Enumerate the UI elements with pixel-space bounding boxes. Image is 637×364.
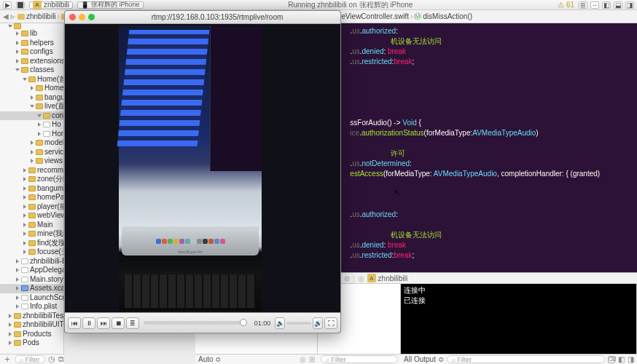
tree-item[interactable]: player(播放	[0, 202, 63, 212]
disclosure-triangle-icon[interactable]	[16, 50, 19, 54]
version-editor-button[interactable]: ↔	[590, 1, 599, 9]
disclosure-triangle-icon[interactable]	[16, 304, 19, 309]
quicklook-icon[interactable]: ⊞	[309, 355, 315, 363]
clock-icon[interactable]: ◷	[48, 355, 55, 364]
disclosure-triangle-icon[interactable]	[16, 59, 19, 63]
start-live-button[interactable]: 开始直播	[224, 120, 246, 132]
disclosure-triangle-icon[interactable]	[23, 78, 27, 81]
output-scope-dropdown[interactable]: All Output ≎	[404, 355, 444, 363]
console-output[interactable]: 连接中 已连接	[401, 284, 637, 354]
tree-item[interactable]: recommen	[0, 166, 63, 175]
tree-item[interactable]: find(发现)	[0, 239, 63, 248]
disclosure-triangle-icon[interactable]	[16, 268, 19, 272]
nav-forward-icon[interactable]: ▶	[10, 12, 16, 20]
tree-item[interactable]: Main	[0, 221, 63, 230]
tree-item[interactable]: live(直播)	[0, 102, 63, 111]
destination-box[interactable]: 📱张程辉的 iPhone	[77, 1, 144, 9]
tree-item[interactable]: Pods	[0, 339, 63, 348]
tree-item[interactable]: bangumi(番	[0, 184, 63, 194]
zoom-icon[interactable]	[88, 14, 95, 20]
trash-icon[interactable]: ⌫	[608, 356, 615, 363]
warnings-badge[interactable]: ⚠ 61	[558, 1, 574, 9]
tree-item[interactable]: models	[0, 138, 63, 148]
tree-item[interactable]: classes	[0, 66, 63, 75]
playlist-button[interactable]: ≣	[126, 317, 139, 329]
tree-item[interactable]: helpers	[0, 39, 63, 48]
tree-item[interactable]: lib	[0, 29, 63, 39]
window-traffic-lights[interactable]	[69, 14, 95, 20]
auto-scope-dropdown[interactable]: Auto ≎	[198, 355, 221, 363]
eye-icon[interactable]: ◎	[300, 355, 306, 363]
disclosure-triangle-icon[interactable]	[23, 232, 26, 236]
debug-process[interactable]: Azhnbilibili	[367, 274, 408, 282]
tree-item[interactable]: Home(首页)	[0, 75, 63, 84]
fullscreen-button[interactable]: ⛶	[324, 317, 337, 329]
tree-item[interactable]: views	[0, 157, 63, 166]
crumb-7[interactable]: disMissAction()	[423, 12, 472, 20]
tree-item[interactable]: zone(分区)	[0, 175, 63, 184]
disclosure-triangle-icon[interactable]	[16, 296, 19, 300]
disclosure-triangle-icon[interactable]	[31, 86, 34, 90]
tree-item[interactable]: AppDelegate.s	[0, 266, 63, 275]
crumb-0[interactable]: zhnbilibili	[26, 12, 56, 20]
disclosure-triangle-icon[interactable]	[16, 31, 19, 36]
tree-item[interactable]: Assets.xcasse	[0, 284, 63, 293]
disclosure-triangle-icon[interactable]	[38, 122, 41, 127]
disclosure-triangle-icon[interactable]	[23, 250, 26, 254]
disclosure-triangle-icon[interactable]	[23, 241, 26, 245]
assistant-editor-button[interactable]: ⊞	[579, 1, 587, 9]
tree-item[interactable]: bangumi(	[0, 93, 63, 103]
disclosure-triangle-icon[interactable]	[37, 114, 42, 117]
tree-item[interactable]: Hom	[0, 130, 63, 139]
disclosure-triangle-icon[interactable]	[31, 159, 34, 163]
tree-item[interactable]: LaunchScreen	[0, 293, 63, 303]
variables-filter[interactable]: ⌕ Filter	[321, 355, 398, 363]
tree-item[interactable]: focuse(关注	[0, 248, 63, 257]
tree-item[interactable]: zhnbilibiliUITests	[0, 320, 63, 330]
media-player-window[interactable]: rtmp://192.168.0.103:1935/rtmplive/room …	[64, 10, 341, 333]
tree-item[interactable]	[0, 23, 63, 29]
tree-item[interactable]: Main.storyboa	[0, 275, 63, 285]
disclosure-triangle-icon[interactable]	[9, 341, 12, 345]
tree-item[interactable]: webView	[0, 211, 63, 221]
prev-button[interactable]: ⏮	[68, 317, 81, 329]
tree-item[interactable]: Ho	[0, 120, 63, 130]
navigator-filter[interactable]: ⌕ Filter	[15, 355, 45, 363]
left-panel-toggle[interactable]: ◧	[602, 1, 611, 9]
mute-button[interactable]: 🔈	[275, 317, 285, 329]
tree-item[interactable]: contro	[0, 111, 63, 121]
disclosure-triangle-icon[interactable]	[23, 223, 26, 227]
disclosure-triangle-icon[interactable]	[30, 105, 34, 108]
disclosure-triangle-icon[interactable]	[31, 141, 34, 145]
media-titlebar[interactable]: rtmp://192.168.0.103:1935/rtmplive/room	[65, 11, 340, 24]
console-filter[interactable]: ⌕ Filter	[447, 355, 605, 363]
disclosure-triangle-icon[interactable]	[9, 332, 12, 336]
tree-item[interactable]: zhnbilibiliTests	[0, 312, 63, 321]
tree-item[interactable]: Info.plist	[0, 302, 63, 312]
tree-item[interactable]: mine(我的	[0, 229, 63, 239]
close-icon[interactable]	[69, 14, 76, 20]
bottom-panel-toggle[interactable]: ⬓	[614, 1, 622, 9]
tree-item[interactable]: zhnbilibili-Brid	[0, 257, 63, 266]
disclosure-triangle-icon[interactable]	[8, 25, 12, 28]
hide-variables-icon[interactable]: ◧	[618, 355, 625, 363]
nav-back-icon[interactable]: ◀	[3, 12, 9, 20]
tree-item[interactable]: Products	[0, 330, 63, 339]
disclosure-triangle-icon[interactable]	[23, 213, 26, 218]
disclosure-triangle-icon[interactable]	[16, 277, 19, 282]
tree-item[interactable]: service	[0, 148, 63, 157]
pause-button[interactable]: ⏸	[82, 317, 95, 329]
tree-item[interactable]: HomeVie	[0, 84, 63, 93]
add-button[interactable]: ＋	[3, 353, 12, 364]
scm-icon[interactable]: ⧉	[58, 355, 64, 364]
seek-knob[interactable]	[240, 319, 247, 326]
disclosure-triangle-icon[interactable]	[23, 195, 26, 199]
hide-console-icon[interactable]: ◨	[628, 355, 634, 363]
disclosure-triangle-icon[interactable]	[23, 177, 26, 181]
project-navigator[interactable]: libhelpersconfigsextensionsclassesHome(首…	[0, 23, 64, 355]
disclosure-triangle-icon[interactable]	[23, 205, 26, 209]
run-button[interactable]: ▶	[3, 1, 12, 9]
stop-button[interactable]	[16, 1, 25, 9]
disclosure-triangle-icon[interactable]	[16, 286, 19, 290]
right-panel-toggle[interactable]: ◨	[625, 1, 634, 9]
